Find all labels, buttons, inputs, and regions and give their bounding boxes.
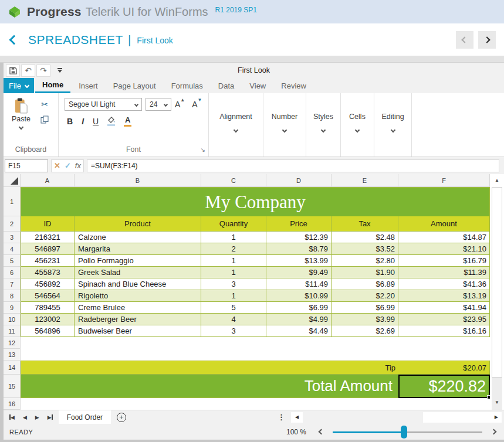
add-sheet-button[interactable]: + [117,413,126,422]
previous-sheet-button[interactable]: ◀ [23,414,27,420]
insert-function-button[interactable]: fx [75,161,81,170]
cell[interactable]: $16.16 [398,325,490,337]
empty-cells[interactable] [21,349,490,361]
row-header[interactable]: 10 [4,314,21,325]
zoom-slider[interactable] [333,426,482,438]
cell[interactable]: 1 [201,232,266,243]
header-cell[interactable]: ID [21,216,75,232]
header-cell[interactable]: Amount [398,216,490,232]
cell[interactable]: $13.19 [398,290,490,302]
row-header[interactable]: 7 [4,278,21,290]
italic-button[interactable]: I [82,117,84,125]
vertical-scrollbar[interactable]: ▲ ▼ [490,174,504,410]
cell[interactable]: 564896 [21,325,75,337]
cell[interactable]: $41.36 [398,278,490,290]
zoom-in-chevron[interactable] [491,429,497,435]
vertical-scroll-thumb[interactable] [492,187,502,378]
cell[interactable]: $14.87 [398,232,490,243]
cell[interactable]: $1.90 [332,267,398,278]
cell[interactable]: Creme Brulee [75,302,201,314]
cell[interactable]: 456892 [21,278,75,290]
header-cell[interactable]: Quantity [201,216,266,232]
next-sheet-button[interactable]: ▶ [35,414,39,420]
cell[interactable]: 455873 [21,267,75,278]
confirm-entry-button[interactable]: ✓ [65,161,71,170]
previous-example-button[interactable] [456,31,473,49]
row-header[interactable]: 3 [4,232,21,243]
cell[interactable]: $6.89 [332,278,398,290]
cell[interactable] [75,361,201,375]
row-header[interactable]: 9 [4,302,21,314]
font-color-button[interactable]: A [124,116,131,127]
cell[interactable]: 5 [201,302,266,314]
cell[interactable]: $3.52 [332,243,398,255]
cell[interactable]: $6.99 [266,302,332,314]
cancel-entry-button[interactable]: ✕ [54,161,60,170]
cell[interactable]: $16.79 [398,255,490,267]
cell[interactable]: $9.49 [266,267,332,278]
column-header-b[interactable]: B [75,174,201,187]
column-header-e[interactable]: E [332,174,398,187]
cells-group-button[interactable]: Cells [341,93,374,157]
cell[interactable]: 123002 [21,314,75,325]
tab-insert[interactable]: Insert [72,78,105,93]
last-sheet-button[interactable]: ▶ [48,414,53,420]
row-header[interactable]: 5 [4,255,21,267]
font-name-combobox[interactable]: Segoe UI Light [65,98,142,111]
customize-toolbar-button[interactable] [54,64,66,77]
selected-total-cell[interactable]: $220.82 [398,375,490,398]
scroll-down-icon[interactable]: ▼ [490,400,504,405]
row-header[interactable]: 1 [4,187,21,216]
cell[interactable]: $2.48 [332,232,398,243]
cell[interactable]: Greek Salad [75,267,201,278]
tab-view[interactable]: View [242,78,273,93]
row-header[interactable]: 14 [4,361,21,375]
row-header[interactable]: 12 [4,337,21,349]
cell[interactable]: $11.49 [266,278,332,290]
zoom-slider-thumb[interactable] [401,426,407,438]
cell[interactable]: Budweiser Beer [75,325,201,337]
cell[interactable]: 546897 [21,243,75,255]
font-dialog-launcher-icon[interactable]: ↘ [201,147,205,153]
editing-group-button[interactable]: Editing [374,93,412,157]
column-header-f[interactable]: F [398,174,490,187]
cell[interactable] [201,361,266,375]
copy-button[interactable] [39,114,50,125]
decrease-font-button[interactable]: A▼ [192,100,205,109]
cell[interactable]: 4 [201,314,266,325]
cell[interactable]: $41.94 [398,302,490,314]
formula-input[interactable]: =SUM(F3:F14) [87,159,499,172]
cell[interactable]: 2 [201,243,266,255]
save-button[interactable] [6,64,20,77]
sheet-tab-food-order[interactable]: Food Order [59,410,111,424]
cell[interactable]: $12.39 [266,232,332,243]
zoom-out-chevron[interactable] [319,429,324,435]
cell[interactable]: $2.20 [332,290,398,302]
tab-formulas[interactable]: Formulas [164,78,210,93]
cell[interactable]: $4.49 [266,325,332,337]
cell[interactable]: 1 [201,255,266,267]
bold-button[interactable]: B [67,117,73,125]
cell[interactable]: $13.99 [266,255,332,267]
cell[interactable]: $3.99 [332,314,398,325]
alignment-group-button[interactable]: Alignment [209,93,263,157]
cell[interactable]: Margarita [75,243,201,255]
file-menu-button[interactable]: File [4,78,34,93]
first-sheet-button[interactable]: ◀ [9,414,15,420]
cell[interactable]: $2.80 [332,255,398,267]
column-header-d[interactable]: D [266,174,332,187]
header-cell[interactable]: Tax [332,216,398,232]
next-example-button[interactable] [478,31,496,49]
cell[interactable]: 3 [201,325,266,337]
cell[interactable]: $23.95 [398,314,490,325]
cell[interactable] [21,361,75,375]
back-chevron-icon[interactable] [9,35,19,45]
row-header[interactable]: 16 [4,398,21,410]
cell[interactable]: $8.79 [266,243,332,255]
cell[interactable]: 1 [201,267,266,278]
cell[interactable]: Spinach and Blue Cheese [75,278,201,290]
cell[interactable]: Calzone [75,232,201,243]
cell[interactable]: $4.99 [266,314,332,325]
row-header[interactable]: 2 [4,216,21,232]
select-all-button[interactable] [4,174,21,187]
